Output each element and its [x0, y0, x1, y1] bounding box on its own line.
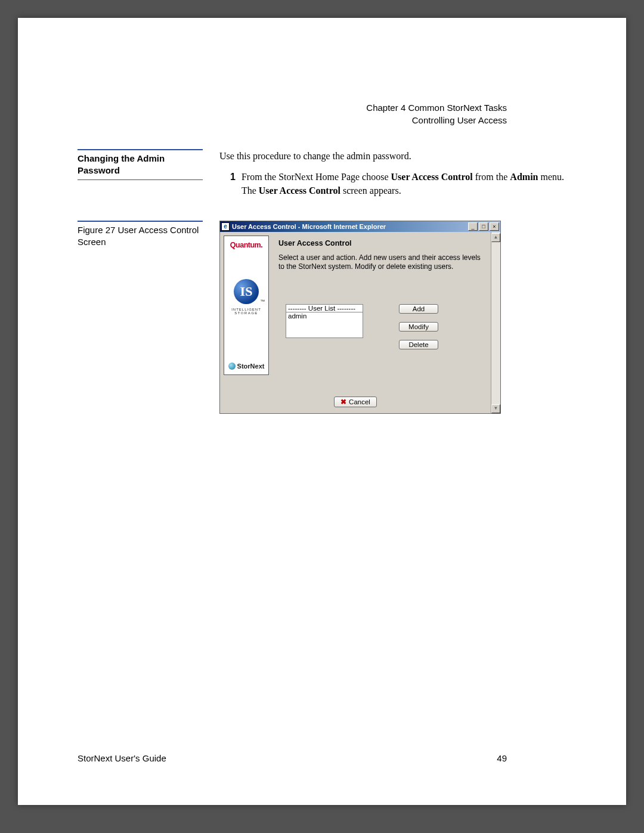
user-list-box[interactable]: admin: [286, 312, 363, 338]
scroll-up-button[interactable]: ▲: [491, 233, 500, 242]
footer-left: StorNext User's Guide: [78, 753, 166, 763]
section-label: Controlling User Access: [366, 114, 507, 126]
document-page: Chapter 4 Common StorNext Tasks Controll…: [18, 18, 626, 805]
cancel-row: ✖ Cancel: [220, 397, 491, 407]
action-buttons: Add Modify Delete: [399, 304, 438, 349]
page-header: Chapter 4 Common StorNext Tasks Controll…: [366, 101, 507, 126]
maximize-button[interactable]: □: [479, 222, 488, 231]
add-button[interactable]: Add: [399, 304, 438, 314]
step-number: 1: [230, 170, 236, 197]
window-titlebar[interactable]: User Access Control - Microsoft Internet…: [220, 221, 500, 232]
stornext-globe-icon: [228, 363, 236, 370]
cancel-label: Cancel: [349, 398, 370, 405]
panel-title: User Access Control: [278, 239, 482, 247]
minimize-button[interactable]: _: [468, 222, 478, 231]
cancel-button[interactable]: ✖ Cancel: [334, 397, 377, 407]
delete-button[interactable]: Delete: [399, 340, 438, 349]
cancel-x-icon: ✖: [340, 398, 346, 406]
user-list-item[interactable]: admin: [288, 312, 361, 320]
user-list-label: -------- User List --------: [286, 304, 363, 312]
intro-text: Use this procedure to change the admin p…: [219, 149, 566, 163]
user-list[interactable]: -------- User List -------- admin: [286, 304, 363, 338]
step-text: From the StorNext Home Page choose User …: [242, 170, 566, 197]
is-badge-icon: IS: [234, 279, 259, 304]
step-1: 1 From the StorNext Home Page choose Use…: [219, 170, 566, 197]
app-sidebar: Quantum. IS INTELLIGENT STORAGE StorNext: [224, 236, 269, 375]
figure-caption: Figure 27 User Access Control Screen: [78, 221, 203, 414]
modify-button[interactable]: Modify: [399, 322, 438, 332]
ie-window: User Access Control - Microsoft Internet…: [219, 221, 501, 414]
window-title: User Access Control - Microsoft Internet…: [232, 223, 386, 230]
section-title: Changing the Admin Password: [78, 149, 203, 180]
panel-description: Select a user and action. Add new users …: [278, 253, 482, 271]
close-button[interactable]: ×: [490, 222, 499, 231]
chapter-label: Chapter 4 Common StorNext Tasks: [366, 101, 507, 114]
scroll-down-button[interactable]: ▼: [491, 404, 500, 413]
stornext-logo: StorNext: [228, 315, 265, 370]
ie-icon: [221, 222, 230, 231]
quantum-logo: Quantum.: [230, 241, 262, 249]
scrollbar[interactable]: ▲ ▼: [491, 232, 500, 413]
page-number: 49: [497, 753, 507, 763]
page-footer: StorNext User's Guide 49: [78, 753, 507, 763]
main-panel: User Access Control Select a user and ac…: [274, 236, 487, 375]
